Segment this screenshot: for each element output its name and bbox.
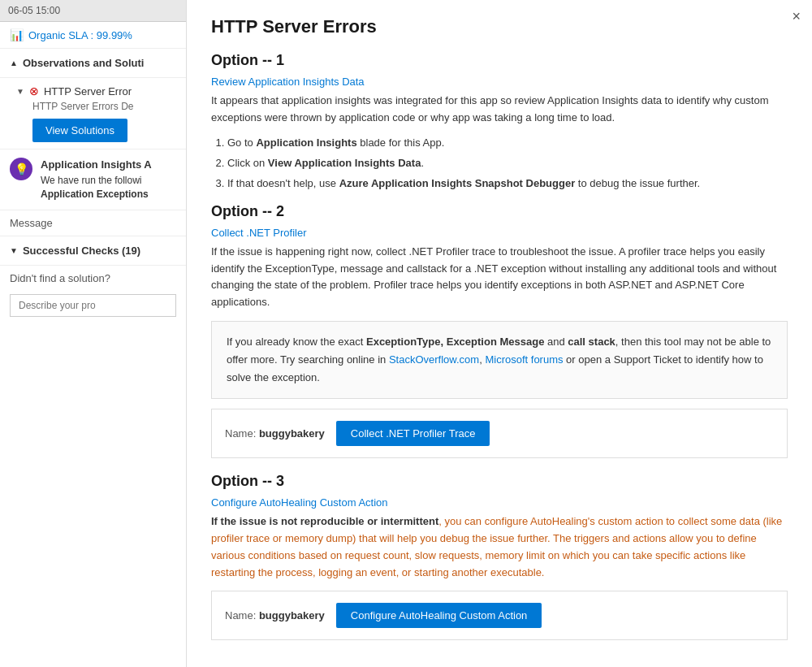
didnt-find: Didn't find a solution? — [0, 266, 186, 291]
callout-bold-2: call stack — [568, 336, 615, 348]
observations-section-header[interactable]: ▲ Observations and Soluti — [0, 49, 186, 78]
left-panel: 06-05 15:00 📊 Organic SLA : 99.99% ▲ Obs… — [0, 0, 187, 667]
step-3-bold: Azure Application Insights Snapshot Debu… — [339, 177, 576, 189]
option-3-desc: If the issue is not reproducible or inte… — [211, 513, 788, 581]
step-1: Go to Application Insights blade for thi… — [227, 133, 788, 152]
option-3-name-label: Name: buggybakery — [225, 609, 325, 622]
autoheal-bold: If the issue is not reproducible or inte… — [211, 515, 438, 527]
option-3-title: Option -- 3 — [211, 473, 788, 490]
sla-label: Organic SLA : 99.99% — [28, 29, 132, 41]
callout-plain-1: If you already know the exact — [227, 336, 366, 348]
option-2-subtitle: Collect .NET Profiler — [211, 227, 788, 239]
callout-plain-2: and — [544, 336, 568, 348]
chevron-down-icon: ▼ — [16, 87, 24, 96]
microsoft-forums-link[interactable]: Microsoft forums — [485, 353, 563, 366]
option-1-desc: It appears that application insights was… — [211, 93, 788, 127]
option-1-subtitle: Review Application Insights Data — [211, 76, 788, 88]
insight-item: 💡 Application Insights A We have run the… — [0, 149, 186, 210]
option-3-name-value: buggybakery — [259, 609, 325, 622]
top-bar-date: 06-05 15:00 — [8, 5, 60, 16]
error-item: ▼ ⊗ HTTP Server Error HTTP Server Errors… — [0, 78, 186, 149]
option-3-action-row: Name: buggybakery Configure AutoHealing … — [211, 591, 788, 640]
step-2: Click on View Application Insights Data. — [227, 154, 788, 172]
organic-sla-row: 📊 Organic SLA : 99.99% — [0, 22, 186, 49]
step-2-bold: View Application Insights Data — [268, 157, 421, 169]
option-2-name-value: buggybakery — [259, 427, 325, 440]
callout-box: If you already know the exact ExceptionT… — [211, 321, 788, 399]
option-3-subtitle: Configure AutoHealing Custom Action — [211, 496, 788, 509]
success-checks[interactable]: ▼ Successful Checks (19) — [0, 236, 186, 266]
option-1-steps: Go to Application Insights blade for thi… — [227, 133, 788, 193]
chevron-down-icon-checks: ▼ — [10, 246, 18, 255]
error-item-header: ▼ ⊗ HTTP Server Error — [16, 84, 176, 97]
option-2-action-row: Name: buggybakery Collect .NET Profiler … — [211, 409, 788, 458]
error-desc: HTTP Server Errors De — [16, 101, 176, 112]
chevron-up-icon: ▲ — [10, 58, 18, 67]
option-2-name-label: Name: buggybakery — [225, 427, 325, 440]
view-solutions-button[interactable]: View Solutions — [32, 119, 127, 142]
error-title: HTTP Server Error — [44, 85, 132, 97]
stackoverflow-link[interactable]: StackOverflow.com — [389, 353, 479, 366]
chart-icon: 📊 — [10, 28, 24, 41]
describe-input[interactable] — [10, 294, 176, 317]
insight-icon: 💡 — [10, 158, 32, 180]
collect-profiler-button[interactable]: Collect .NET Profiler Trace — [336, 421, 490, 446]
option-2-desc: If the issue is happening right now, col… — [211, 244, 788, 311]
top-bar: 06-05 15:00 — [0, 0, 186, 22]
insight-title: Application Insights A — [41, 158, 152, 172]
callout-bold-1: ExceptionType, Exception Message — [366, 336, 544, 348]
option-1-title: Option -- 1 — [211, 52, 788, 69]
success-checks-label: Successful Checks (19) — [23, 245, 140, 257]
close-button[interactable]: × — [792, 8, 801, 25]
message-label: Message — [0, 210, 186, 236]
configure-autohealing-button[interactable]: Configure AutoHealing Custom Action — [336, 603, 542, 628]
step-1-bold: Application Insights — [256, 136, 356, 149]
right-panel: × HTTP Server Errors Option -- 1 Review … — [187, 0, 812, 667]
observations-label: Observations and Soluti — [23, 57, 145, 69]
insight-sub: Application Exceptions — [41, 188, 152, 201]
option-2-title: Option -- 2 — [211, 203, 788, 220]
option-1-section: Option -- 1 Review Application Insights … — [211, 52, 788, 193]
insight-desc: We have run the followi — [41, 174, 152, 188]
option-3-section: Option -- 3 Configure AutoHealing Custom… — [211, 473, 788, 640]
insight-text: Application Insights A We have run the f… — [41, 158, 152, 201]
step-3: If that doesn't help, use Azure Applicat… — [227, 174, 788, 193]
option-2-section: Option -- 2 Collect .NET Profiler If the… — [211, 203, 788, 458]
main-title: HTTP Server Errors — [211, 16, 788, 37]
error-circle-icon: ⊗ — [29, 84, 39, 97]
